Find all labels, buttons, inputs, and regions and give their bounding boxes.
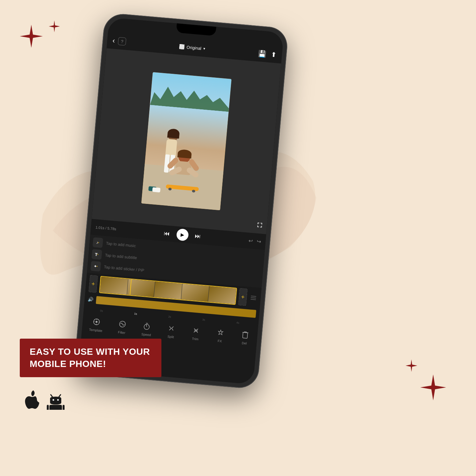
play-button[interactable]: ▶ [176, 228, 189, 241]
split-label: Split [167, 335, 174, 339]
svg-rect-12 [63, 405, 65, 410]
template-icon [91, 316, 102, 328]
delete-icon [239, 329, 251, 341]
video-strip-add-right[interactable]: + [238, 288, 247, 306]
filter-icon [117, 319, 128, 330]
phone-device: ‹ ? ⬜ Original ▾ 💾 ⬆ [73, 13, 289, 390]
share-icon[interactable]: ⬆ [271, 50, 277, 59]
delete-label: Del [242, 341, 247, 345]
filter-label: Filter [118, 330, 126, 335]
speed-label: Speed [141, 332, 151, 337]
ratio-label: Original [186, 44, 202, 51]
sparkle-bottom-right-large [418, 373, 448, 404]
fullscreen-icon[interactable] [256, 221, 263, 230]
subtitle-track-label: Tap to add subtitle [105, 253, 137, 260]
undo-icon[interactable]: ↩ [248, 238, 253, 244]
banner-line1: EASY TO USE WITH YOUR [30, 346, 152, 358]
audio-volume-icon[interactable]: 🔊 [88, 296, 94, 302]
skip-forward-icon[interactable]: ⏭ [195, 233, 201, 240]
tool-speed[interactable]: Speed [141, 321, 153, 337]
trim-icon [190, 325, 202, 336]
header-center[interactable]: ⬜ Original ▾ [179, 44, 206, 51]
sparkle-bottom-right-small [405, 359, 418, 374]
svg-rect-10 [49, 405, 62, 410]
ruler-mark-2s: 2s [168, 315, 171, 319]
playback-controls: ⏮ ▶ ⏭ [163, 227, 201, 242]
ratio-icon: ⬜ [179, 44, 185, 49]
phone-screen: ‹ ? ⬜ Original ▾ 💾 ⬆ [78, 17, 284, 384]
video-strip-menu [249, 295, 258, 300]
speed-icon [141, 321, 153, 332]
fx-icon [215, 327, 226, 339]
skip-back-icon[interactable]: ⏮ [164, 230, 170, 237]
video-thumbnail [141, 72, 232, 210]
sparkle-top-left-small [48, 20, 61, 34]
tool-fx[interactable]: FX [214, 327, 226, 344]
ruler-mark-0s: 0s [100, 309, 103, 313]
ruler-mark-3s: 3s [202, 318, 205, 322]
tool-delete[interactable]: Del [239, 329, 251, 346]
banner-text: EASY TO USE WITH YOUR MOBILE PHONE! [30, 346, 152, 370]
tool-trim[interactable]: Trim [190, 325, 202, 341]
subtitle-track-icon: T + [92, 249, 102, 260]
video-preview [92, 48, 281, 234]
help-icon[interactable]: ? [118, 37, 126, 46]
svg-rect-5 [242, 332, 247, 338]
notch [176, 23, 216, 36]
phone-outer: ‹ ? ⬜ Original ▾ 💾 ⬆ [73, 13, 289, 390]
android-icon [46, 391, 65, 410]
svg-rect-11 [47, 405, 49, 410]
video-strip-add-left[interactable]: + [89, 275, 98, 293]
tool-filter[interactable]: Filter [116, 319, 128, 335]
split-icon [166, 323, 177, 334]
tool-split[interactable]: Split [165, 323, 177, 339]
template-label: Template [89, 328, 102, 332]
banner-line2: MOBILE PHONE! [30, 358, 152, 370]
music-track-label: Tap to add music [106, 241, 136, 248]
save-icon[interactable]: 💾 [258, 49, 267, 58]
ruler-mark-1s: 1s [134, 312, 137, 316]
svg-point-9 [57, 399, 59, 401]
ruler-mark-4s: 4s [236, 321, 239, 324]
apple-icon [23, 390, 40, 410]
promo-banner: EASY TO USE WITH YOUR MOBILE PHONE! [20, 339, 161, 377]
platform-icons [23, 390, 65, 410]
sticker-track-label: Tap to add sticker / PiP [104, 265, 144, 273]
header-left: ‹ ? [112, 36, 126, 46]
back-icon[interactable]: ‹ [112, 36, 116, 45]
sparkle-top-left-large [18, 23, 44, 51]
music-track-icon: ♪ + [93, 237, 103, 248]
tool-template[interactable]: Template [89, 316, 104, 332]
time-display: 1.01s / 5.78s [96, 225, 117, 231]
dropdown-icon: ▾ [203, 46, 206, 51]
fx-label: FX [217, 339, 222, 343]
header-right: 💾 ⬆ [258, 49, 277, 59]
trim-label: Trim [192, 337, 199, 341]
undo-redo-controls: ↩ ↪ [248, 238, 261, 245]
svg-point-8 [53, 399, 54, 401]
sticker-track-icon: ✦ + [90, 261, 101, 272]
redo-icon[interactable]: ↪ [256, 238, 261, 245]
svg-point-1 [95, 321, 98, 323]
